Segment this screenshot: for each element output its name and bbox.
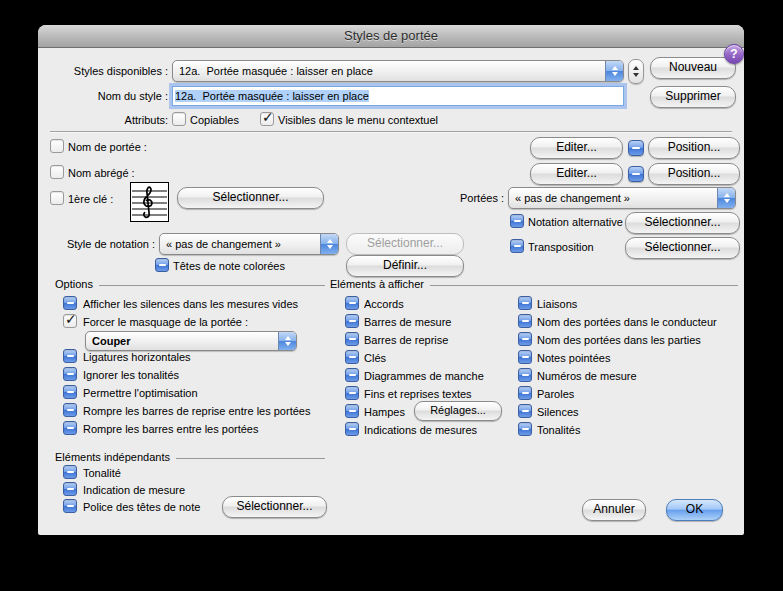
section-divider: [50, 131, 732, 133]
fretboards-checkbox[interactable]: [345, 368, 359, 382]
lyrics-checkbox[interactable]: [518, 386, 532, 400]
abbr-name-position-button[interactable]: Position...: [648, 163, 740, 185]
dotted-notes-checkbox[interactable]: [518, 350, 532, 364]
chords-label: Accords: [364, 297, 404, 311]
ignore-keys-label: Ignorer les tonalités: [83, 368, 179, 382]
first-clef-checkbox[interactable]: [50, 191, 64, 205]
measure-numbers-checkbox[interactable]: [518, 368, 532, 382]
available-styles-dropdown[interactable]: 12a. Portée masquée : laisser en place: [172, 60, 624, 82]
cancel-button[interactable]: Annuler: [582, 499, 646, 521]
copiables-label: Copiables: [190, 113, 239, 127]
mask-mode-dropdown[interactable]: Couper: [85, 331, 297, 351]
endings-text-label: Fins et reprises textes: [364, 387, 472, 401]
show-rests-checkbox[interactable]: [63, 296, 77, 310]
independent-time-checkbox[interactable]: [63, 482, 77, 496]
define-button[interactable]: Définir...: [346, 255, 464, 277]
notation-style-dropdown[interactable]: « pas de changement »: [159, 233, 339, 255]
stepper-down-icon[interactable]: [633, 73, 639, 77]
abbr-name-checkbox[interactable]: [50, 165, 64, 179]
ok-button[interactable]: OK: [666, 499, 723, 521]
independent-key-checkbox[interactable]: [63, 465, 77, 479]
staff-name-checkbox[interactable]: [50, 139, 64, 153]
break-barlines-checkbox[interactable]: [63, 421, 77, 435]
allow-optimization-checkbox[interactable]: [63, 385, 77, 399]
time-signatures-label: Indications de mesures: [364, 423, 477, 437]
dropdown-arrows-icon: [320, 234, 338, 254]
transposition-select-button[interactable]: Sélectionner...: [625, 237, 740, 259]
notation-style-label: Style de notation :: [43, 237, 155, 251]
clefs-label: Clés: [364, 351, 386, 365]
new-button[interactable]: Nouveau: [650, 57, 736, 79]
delete-button[interactable]: Supprimer: [650, 86, 736, 108]
mask-mode-value: Couper: [86, 335, 278, 347]
notehead-font-checkbox[interactable]: [63, 499, 77, 513]
treble-clef-icon: [130, 182, 169, 222]
staff-name-position-button[interactable]: Position...: [648, 137, 740, 159]
alt-notation-checkbox[interactable]: [510, 214, 524, 228]
staff-name-edit-button[interactable]: Editer...: [530, 137, 623, 159]
staves-dropdown[interactable]: « pas de changement »: [508, 187, 736, 209]
fretboards-label: Diagrammes de manche: [364, 369, 484, 383]
allow-optimization-label: Permettre l'optimisation: [83, 386, 198, 400]
staff-styles-dialog: Styles de portée Styles disponibles : 12…: [38, 25, 744, 535]
staff-name-minus-button[interactable]: [628, 140, 644, 156]
abbr-name-edit-button[interactable]: Editer...: [530, 163, 623, 185]
repeat-bars-checkbox[interactable]: [345, 332, 359, 346]
colored-noteheads-checkbox[interactable]: [155, 258, 169, 272]
style-stepper[interactable]: [628, 59, 644, 84]
staves-label: Portées :: [418, 191, 504, 205]
rests-checkbox[interactable]: [518, 404, 532, 418]
notation-select-button-disabled: Sélectionner...: [346, 233, 464, 255]
horizontal-beams-checkbox[interactable]: [63, 349, 77, 363]
staff-names-score-checkbox[interactable]: [518, 314, 532, 328]
available-styles-value: 12a. Portée masquée : laisser en place: [173, 65, 605, 77]
key-signatures-label: Tonalités: [537, 423, 580, 437]
force-hide-checkbox[interactable]: [63, 314, 77, 328]
stem-settings-button[interactable]: Réglages...: [414, 401, 502, 421]
staff-names-parts-checkbox[interactable]: [518, 332, 532, 346]
display-section-header: Eléments à afficher: [330, 278, 738, 290]
ties-checkbox[interactable]: [518, 296, 532, 310]
notehead-font-label: Police des têtes de note: [83, 500, 200, 514]
style-name-input[interactable]: 12a. Portée masquée : laisser en place: [172, 86, 624, 106]
independent-time-label: Indication de mesure: [83, 483, 185, 497]
chords-checkbox[interactable]: [345, 296, 359, 310]
stems-checkbox[interactable]: [345, 404, 359, 418]
key-signatures-checkbox[interactable]: [518, 422, 532, 436]
break-barlines-label: Rompre les barres entre les portées: [83, 422, 258, 436]
options-section-header: Options: [55, 278, 325, 290]
horizontal-beams-label: Ligatures horizontales: [83, 350, 191, 364]
clefs-checkbox[interactable]: [345, 350, 359, 364]
staff-names-score-label: Nom des portées dans le conducteur: [537, 315, 717, 329]
abbr-name-label: Nom abrégé :: [68, 166, 135, 180]
visible-context-menu-checkbox[interactable]: [260, 112, 274, 126]
abbr-name-minus-button[interactable]: [628, 166, 644, 182]
time-signatures-checkbox[interactable]: [345, 422, 359, 436]
alt-notation-label: Notation alternative: [528, 215, 623, 229]
dotted-notes-label: Notes pointées: [537, 351, 610, 365]
notehead-font-select-button[interactable]: Sélectionner...: [222, 496, 327, 518]
colored-noteheads-label: Têtes de note colorées: [173, 259, 285, 273]
break-repeat-barlines-checkbox[interactable]: [63, 403, 77, 417]
help-button[interactable]: ?: [724, 44, 744, 64]
transposition-checkbox[interactable]: [510, 239, 524, 253]
alt-notation-select-button[interactable]: Sélectionner...: [625, 212, 740, 234]
barlines-checkbox[interactable]: [345, 314, 359, 328]
title-bar[interactable]: Styles de portée: [38, 25, 744, 48]
dropdown-arrows-icon: [278, 332, 296, 350]
display-section-title: Eléments à afficher: [330, 278, 424, 290]
notation-style-value: « pas de changement »: [160, 238, 320, 250]
repeat-bars-label: Barres de reprise: [364, 333, 448, 347]
ties-label: Liaisons: [537, 297, 577, 311]
visible-context-menu-label: Visibles dans le menu contextuel: [278, 113, 438, 127]
endings-text-checkbox[interactable]: [345, 386, 359, 400]
staves-value: « pas de changement »: [509, 192, 717, 204]
clef-select-button[interactable]: Sélectionner...: [177, 187, 324, 209]
style-name-label: Nom du style :: [46, 89, 168, 103]
transposition-label: Transposition: [528, 240, 594, 254]
independent-key-label: Tonalité: [83, 466, 121, 480]
stepper-up-icon[interactable]: [633, 66, 639, 70]
ignore-keys-checkbox[interactable]: [63, 367, 77, 381]
copiables-checkbox[interactable]: [172, 112, 186, 126]
show-rests-label: Afficher les silences dans les mesures v…: [83, 297, 298, 311]
